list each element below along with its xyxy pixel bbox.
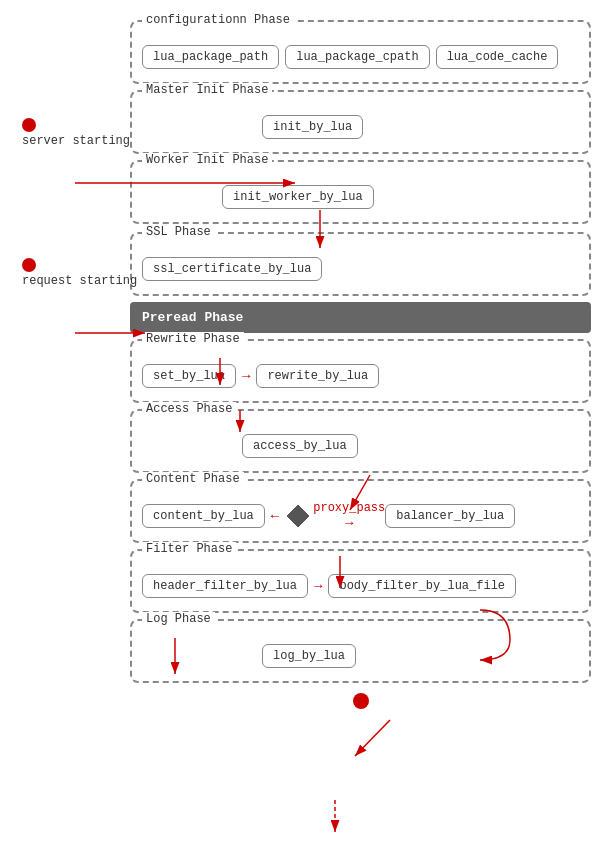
node-lua-code-cache: lua_code_cache	[436, 45, 559, 69]
svg-marker-0	[287, 505, 309, 527]
node-set-by-lua: set_by_lua	[142, 364, 236, 388]
node-body-filter-by-lua-file: body_filter_by_lua_file	[328, 574, 516, 598]
rewrite-phase-label: Rewrite Phase	[142, 332, 244, 346]
node-content-by-lua: content_by_lua	[142, 504, 265, 528]
worker-init-phase-label: Worker Init Phase	[142, 153, 272, 167]
preread-phase-highlight: Preread Phase	[130, 302, 591, 333]
rewrite-phase-box: Rewrite Phase set_by_lua → rewrite_by_lu…	[130, 339, 591, 403]
content-phase-box: Content Phase content_by_lua ← proxy_pas…	[130, 479, 591, 543]
node-header-filter-by-lua: header_filter_by_lua	[142, 574, 308, 598]
configuration-phase-row: lua_package_path lua_package_cpath lua_c…	[142, 28, 579, 72]
node-log-by-lua: log_by_lua	[262, 644, 356, 668]
filter-phase-label: Filter Phase	[142, 542, 236, 556]
master-init-phase-label: Master Init Phase	[142, 83, 272, 97]
ssl-phase-row: ssl_certificate_by_lua	[142, 240, 579, 284]
configuration-nodes: lua_package_path lua_package_cpath lua_c…	[142, 45, 558, 69]
node-ssl-certificate-by-lua: ssl_certificate_by_lua	[142, 257, 322, 281]
diamond-node	[285, 503, 311, 529]
access-phase-box: Access Phase access_by_lua	[130, 409, 591, 473]
node-lua-package-cpath: lua_package_cpath	[285, 45, 429, 69]
node-balancer-by-lua: balancer_by_lua	[385, 504, 515, 528]
log-phase-box: Log Phase log_by_lua	[130, 619, 591, 683]
server-starting-label: server starting	[22, 118, 130, 148]
log-phase-label: Log Phase	[142, 612, 215, 626]
content-phase-row: content_by_lua ← proxy_pass → balancer_b…	[142, 487, 579, 531]
preread-phase-container: Preread Phase	[130, 302, 591, 333]
node-access-by-lua: access_by_lua	[242, 434, 358, 458]
diagram-container: configurationn Phase lua_package_path lu…	[0, 0, 611, 729]
worker-init-phase-row: init_worker_by_lua	[142, 168, 579, 212]
node-init-by-lua: init_by_lua	[262, 115, 363, 139]
rewrite-phase-row: set_by_lua → rewrite_by_lua	[142, 347, 579, 391]
ssl-phase-label: SSL Phase	[142, 225, 215, 239]
request-starting-label: request starting	[22, 258, 137, 288]
server-starting-text: server starting	[22, 134, 130, 148]
proxy-pass-label: proxy_pass	[313, 501, 385, 515]
master-init-phase-box: Master Init Phase init_by_lua	[130, 90, 591, 154]
filter-phase-row: header_filter_by_lua → body_filter_by_lu…	[142, 557, 579, 601]
node-rewrite-by-lua: rewrite_by_lua	[256, 364, 379, 388]
server-starting-dot	[22, 118, 36, 132]
filter-arrow: →	[314, 578, 322, 594]
access-phase-label: Access Phase	[142, 402, 236, 416]
ssl-phase-box: SSL Phase ssl_certificate_by_lua	[130, 232, 591, 296]
content-arrow-left: ←	[271, 508, 279, 524]
request-starting-text: request starting	[22, 274, 137, 288]
log-phase-row: log_by_lua	[142, 627, 579, 671]
request-starting-dot	[22, 258, 36, 272]
content-arrow-right: →	[345, 515, 353, 531]
content-phase-label: Content Phase	[142, 472, 244, 486]
master-init-phase-row: init_by_lua	[142, 98, 579, 142]
worker-init-phase-box: Worker Init Phase init_worker_by_lua	[130, 160, 591, 224]
configuration-phase-box: configurationn Phase lua_package_path lu…	[130, 20, 591, 84]
rewrite-arrow: →	[242, 368, 250, 384]
node-init-worker-by-lua: init_worker_by_lua	[222, 185, 374, 209]
end-dot	[353, 693, 369, 709]
configuration-phase-label: configurationn Phase	[142, 13, 294, 27]
access-phase-row: access_by_lua	[142, 417, 579, 461]
filter-phase-box: Filter Phase header_filter_by_lua → body…	[130, 549, 591, 613]
node-lua-package-path: lua_package_path	[142, 45, 279, 69]
